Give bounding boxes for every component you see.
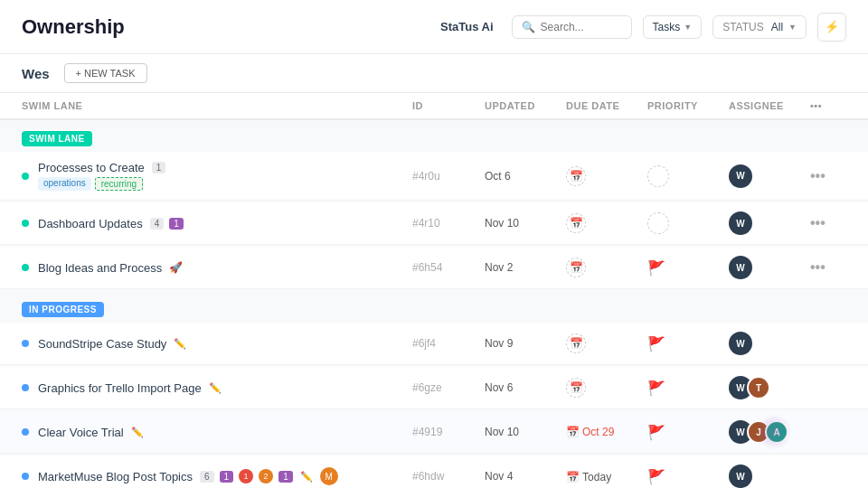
status-label: STATUS <box>722 21 764 33</box>
task-id: #6h54 <box>412 261 485 274</box>
table-row[interactable]: Clear Voice Trial ✏️ #4919 Nov 10 📅 Oct … <box>0 411 868 454</box>
name-wrapper: Graphics for Trello Import Page ✏️ <box>38 381 222 395</box>
in-progress-section-header: IN PROGRESS <box>0 291 868 323</box>
task-name-cell: Clear Voice Trial ✏️ <box>22 426 412 439</box>
task-priority <box>647 212 729 234</box>
more-options-button[interactable]: ••• <box>810 259 846 276</box>
edit-icon[interactable]: ✏️ <box>131 427 144 438</box>
calendar-icon: 📅 <box>566 166 586 186</box>
assignee-cell: W <box>729 256 810 279</box>
overdue-date: Oct 29 <box>582 426 614 438</box>
edit-icon[interactable]: ✏️ <box>174 338 186 350</box>
chevron-down-icon2: ▼ <box>788 23 797 32</box>
task-updated: Nov 9 <box>485 337 566 350</box>
table-row[interactable]: Processes to Create 1 operations recurri… <box>0 152 868 201</box>
task-duedate: 📅 <box>566 258 647 277</box>
task-name-cell: Graphics for Trello Import Page ✏️ <box>22 381 412 395</box>
search-icon: 🔍 <box>522 21 535 33</box>
task-name: SoundStripe Case Study <box>38 337 166 351</box>
name-wrapper: Blog Ideas and Process 🚀 <box>38 261 183 275</box>
status-dot <box>22 220 29 227</box>
task-duedate-overdue: 📅 Oct 29 <box>566 426 647 438</box>
search-bar[interactable]: 🔍 <box>512 15 632 39</box>
table-row[interactable]: Blog Ideas and Process 🚀 #6h54 Nov 2 📅 🚩… <box>0 247 868 289</box>
calendar-icon5: 📅 <box>566 378 586 398</box>
edit-icon[interactable]: ✏️ <box>300 471 313 483</box>
name-row: Blog Ideas and Process 🚀 <box>38 261 183 275</box>
status-dot <box>22 340 29 347</box>
page-header: Ownership StaTus Ai 🔍 Tasks ▼ STATUS All… <box>0 0 868 54</box>
avatar: W <box>729 256 752 279</box>
table-row[interactable]: Graphics for Trello Import Page ✏️ #6gze… <box>0 367 868 409</box>
tasks-label: Tasks <box>653 21 681 33</box>
task-duedate: 📅 <box>566 213 647 233</box>
avatar-secondary: T <box>747 376 770 399</box>
tasks-dropdown[interactable]: Tasks ▼ <box>643 15 703 39</box>
task-duedate: 📅 Oct 29 <box>566 426 647 438</box>
table-row[interactable]: Dashboard Updates 4 1 #4r10 Nov 10 📅 W •… <box>0 202 868 245</box>
status-dot <box>22 473 29 480</box>
avatar: W <box>729 465 752 488</box>
rocket-icon: 🚀 <box>169 261 183 274</box>
name-row: Processes to Create 1 <box>38 161 165 174</box>
task-name: Graphics for Trello Import Page <box>38 381 202 395</box>
badge-4: 1 <box>278 471 293 483</box>
status-ai-label: StaTus Ai <box>440 20 494 33</box>
task-priority: 🚩 <box>647 335 729 352</box>
more-options-button[interactable]: ••• <box>810 215 846 231</box>
task-name: Processes to Create <box>38 161 145 174</box>
table-row[interactable]: MarketMuse Blog Post Topics 6 1 1 2 1 ✏️… <box>0 455 868 488</box>
assignee-cell: W J A <box>729 420 810 444</box>
name-row: SoundStripe Case Study ✏️ <box>38 337 186 351</box>
calendar-icon7: 📅 <box>566 471 580 483</box>
status-filter[interactable]: STATUS All ▼ <box>712 15 807 39</box>
task-updated: Nov 10 <box>485 217 566 230</box>
task-priority: 🚩 <box>647 424 729 441</box>
task-updated: Nov 10 <box>485 426 566 438</box>
calendar-icon6: 📅 <box>566 426 580 438</box>
task-name-cell: SoundStripe Case Study ✏️ <box>22 337 412 351</box>
task-tags: operations recurring <box>38 177 165 191</box>
task-name-cell: MarketMuse Blog Post Topics 6 1 1 2 1 ✏️… <box>22 467 412 485</box>
search-input[interactable] <box>541 21 622 33</box>
more-options-button[interactable]: ••• <box>810 168 846 184</box>
filter-button[interactable]: ⚡ <box>817 13 846 42</box>
assignee-cell: W T <box>729 376 810 399</box>
task-duedate: 📅 <box>566 378 647 398</box>
calendar-icon4: 📅 <box>566 333 586 353</box>
status-dot <box>22 173 29 180</box>
table-row[interactable]: SoundStripe Case Study ✏️ #6jf4 Nov 9 📅 … <box>0 323 868 365</box>
task-name-cell: Dashboard Updates 4 1 <box>22 217 412 230</box>
name-wrapper: SoundStripe Case Study ✏️ <box>38 337 186 351</box>
task-priority <box>647 165 729 187</box>
filter-icon: ⚡ <box>825 20 839 33</box>
task-id: #6jf4 <box>412 337 485 350</box>
task-priority: 🚩 <box>647 259 729 277</box>
task-notif-badge: 1 <box>169 218 184 230</box>
task-id: #4919 <box>412 426 485 438</box>
col-duedate: DUE DATE <box>566 100 647 111</box>
header-controls: StaTus Ai 🔍 Tasks ▼ STATUS All ▼ ⚡ <box>440 13 846 42</box>
new-task-button[interactable]: + NEW TASK <box>64 63 147 83</box>
status-value: All <box>771 21 783 33</box>
name-row: Graphics for Trello Import Page ✏️ <box>38 381 222 395</box>
task-count-badge: 4 <box>150 218 165 230</box>
name-wrapper: Clear Voice Trial ✏️ <box>38 426 144 439</box>
task-name-cell: Blog Ideas and Process 🚀 <box>22 261 412 275</box>
task-name: MarketMuse Blog Post Topics <box>38 470 193 483</box>
name-row: Clear Voice Trial ✏️ <box>38 426 144 439</box>
assignee-cell: W <box>729 164 810 188</box>
name-row: MarketMuse Blog Post Topics 6 1 1 2 1 ✏️… <box>38 467 338 485</box>
in-progress-badge: IN PROGRESS <box>22 302 104 317</box>
assignee-cell: W <box>729 465 810 488</box>
task-count-badge: 1 <box>152 162 166 174</box>
edit-icon[interactable]: ✏️ <box>209 382 222 394</box>
task-name-cell: Processes to Create 1 operations recurri… <box>22 161 412 191</box>
task-duedate: 📅 Today <box>566 470 647 483</box>
task-id: #4r0u <box>412 170 485 183</box>
col-id: ID <box>412 100 485 111</box>
content-area: SWIM LANE Processes to Create 1 operatio… <box>0 120 868 488</box>
col-more: ••• <box>810 100 846 111</box>
task-updated: Nov 4 <box>485 470 566 483</box>
swim-lane-badge: SWIM LANE <box>22 131 92 146</box>
